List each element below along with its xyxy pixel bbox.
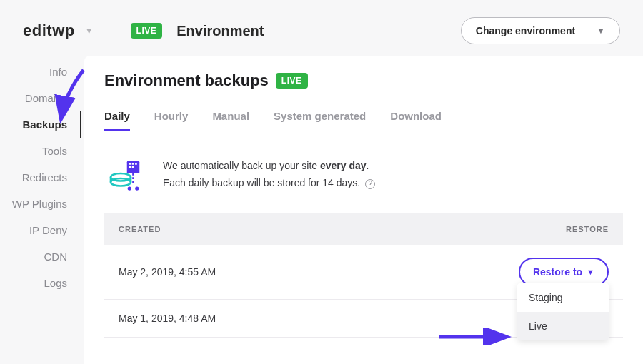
info-line1-post: .	[367, 160, 369, 171]
change-environment-button[interactable]: Change environment ▼	[461, 17, 620, 44]
tab-daily[interactable]: Daily	[104, 110, 130, 131]
site-switcher-chevron-icon[interactable]: ▼	[85, 26, 94, 36]
svg-rect-4	[132, 163, 134, 165]
sidebar-item-logs[interactable]: Logs	[0, 270, 81, 296]
dropdown-option-live[interactable]: Live	[517, 312, 609, 340]
restore-to-button[interactable]: Restore to ▼	[519, 258, 609, 286]
main-content: Environment backups LIVE Daily Hourly Ma…	[84, 56, 643, 364]
environment-label: Environment	[176, 23, 264, 39]
info-line1-pre: We automatically back up your site	[163, 160, 320, 171]
backup-created-date: May 1, 2019, 4:48 AM	[119, 313, 216, 324]
info-row: We automatically back up your site every…	[104, 152, 623, 213]
chevron-down-icon: ▼	[587, 268, 594, 276]
sidebar-item-wp-plugins[interactable]: WP Plugins	[0, 191, 81, 217]
svg-rect-7	[132, 166, 134, 168]
svg-point-1	[111, 173, 131, 181]
backup-illustration-icon	[106, 153, 146, 196]
tabs: Daily Hourly Manual System generated Dow…	[104, 110, 623, 132]
dropdown-option-staging[interactable]: Staging	[517, 283, 609, 312]
backup-created-date: May 2, 2019, 4:55 AM	[119, 266, 216, 278]
help-icon[interactable]: ?	[365, 179, 375, 189]
info-text: We automatically back up your site every…	[163, 158, 375, 192]
table-header-created: CREATED	[119, 225, 161, 233]
logo-suffix: wp	[52, 21, 75, 39]
page-title-text: Environment backups	[104, 71, 269, 90]
svg-rect-6	[129, 166, 131, 168]
svg-rect-3	[129, 163, 131, 165]
logo-prefix: edit	[23, 21, 52, 39]
svg-point-10	[135, 186, 139, 190]
sidebar-item-backups[interactable]: Backups	[0, 111, 81, 138]
info-line2: Each daily backup will be stored for 14 …	[163, 177, 360, 188]
svg-rect-5	[135, 163, 137, 165]
sidebar-item-domains[interactable]: Domains	[0, 85, 81, 111]
table-row: May 2, 2019, 4:55 AM Restore to ▼ Stagin…	[104, 245, 623, 300]
tab-manual[interactable]: Manual	[212, 110, 249, 131]
chevron-down-icon: ▼	[597, 26, 605, 36]
restore-to-label: Restore to	[533, 266, 582, 278]
restore-dropdown: Staging Live	[517, 283, 609, 340]
sidebar-item-redirects[interactable]: Redirects	[0, 164, 81, 191]
page-live-badge: LIVE	[276, 73, 308, 89]
sidebar-item-tools[interactable]: Tools	[0, 138, 81, 164]
page-title: Environment backups LIVE	[104, 71, 623, 90]
info-line1-bold: every day	[320, 160, 367, 171]
tab-download[interactable]: Download	[390, 110, 442, 131]
tab-hourly[interactable]: Hourly	[154, 110, 189, 131]
sidebar: Info Domains Backups Tools Redirects WP …	[0, 56, 81, 296]
tab-system-generated[interactable]: System generated	[274, 110, 366, 131]
sidebar-item-ip-deny[interactable]: IP Deny	[0, 217, 81, 243]
live-badge: LIVE	[131, 23, 163, 39]
table-header: CREATED RESTORE	[104, 213, 623, 245]
svg-point-9	[128, 186, 131, 190]
sidebar-item-info[interactable]: Info	[0, 59, 81, 85]
sidebar-item-cdn[interactable]: CDN	[0, 243, 81, 270]
table-header-restore: RESTORE	[566, 225, 609, 233]
logo: editwp	[23, 21, 75, 40]
top-bar: editwp ▼ LIVE Environment Change environ…	[0, 0, 643, 56]
change-environment-label: Change environment	[476, 25, 575, 36]
